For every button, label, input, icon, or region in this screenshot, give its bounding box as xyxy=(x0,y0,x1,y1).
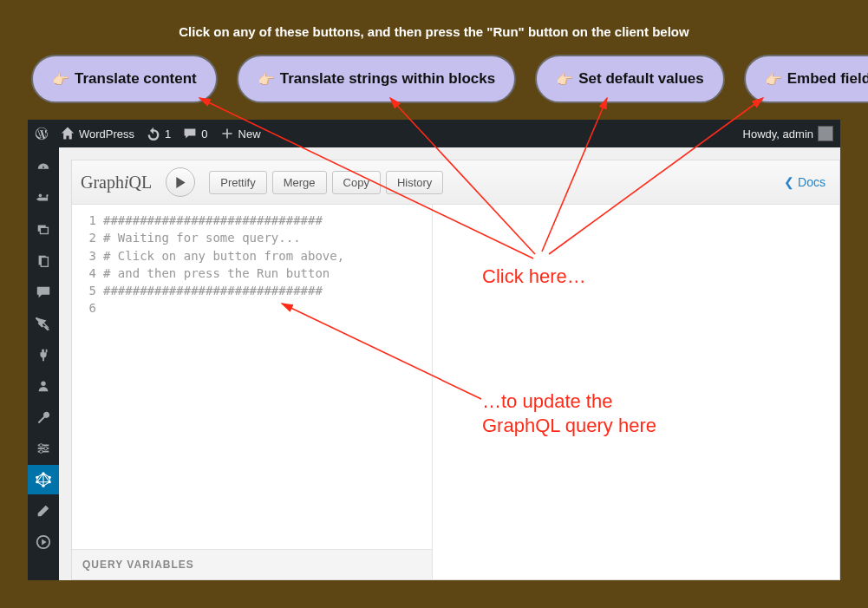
sidebar-item-settings[interactable] xyxy=(28,434,59,463)
graphiql-panel: GraphiQL Prettify Merge Copy History ❮ D… xyxy=(71,160,840,580)
svg-point-10 xyxy=(44,447,48,450)
sidebar-item-posts[interactable] xyxy=(28,184,59,213)
pill-embed-fields[interactable]: 👉🏻 Embed fields xyxy=(744,55,868,103)
play-icon xyxy=(175,177,186,188)
svg-point-11 xyxy=(40,450,43,454)
site-name-link[interactable]: WordPress xyxy=(61,127,134,141)
run-button[interactable] xyxy=(166,167,195,197)
pill-label: Translate content xyxy=(75,70,197,88)
svg-point-5 xyxy=(41,382,45,386)
pill-translate-strings[interactable]: 👉🏻 Translate strings within blocks xyxy=(237,55,516,103)
docs-label: Docs xyxy=(798,175,826,189)
sidebar-item-dashboard[interactable] xyxy=(28,153,59,182)
docs-button[interactable]: ❮ Docs xyxy=(784,175,831,189)
sidebar-item-graphql[interactable] xyxy=(28,465,59,494)
howdy-label: Howdy, admin xyxy=(743,127,813,141)
content-area: GraphiQL Prettify Merge Copy History ❮ D… xyxy=(59,147,840,580)
query-variables-bar[interactable]: QUERY VARIABLES xyxy=(72,549,432,579)
svg-point-14 xyxy=(49,481,51,483)
sidebar-item-appearance[interactable] xyxy=(28,309,59,338)
svg-point-0 xyxy=(39,194,42,198)
comments-link[interactable]: 0 xyxy=(183,127,207,141)
svg-point-12 xyxy=(42,472,44,474)
refresh-icon xyxy=(147,127,160,141)
adminbar: WordPress 1 0 New Howdy, admin xyxy=(28,120,840,147)
result-pane xyxy=(433,205,839,579)
svg-point-15 xyxy=(42,485,44,487)
avatar xyxy=(818,126,833,141)
svg-point-16 xyxy=(36,481,38,483)
graphql-icon xyxy=(36,472,51,487)
line-gutter: 1 2 3 4 5 6 xyxy=(72,212,103,542)
sidebar-item-media[interactable] xyxy=(28,215,59,245)
svg-point-13 xyxy=(49,476,51,479)
history-button[interactable]: History xyxy=(386,171,443,194)
query-editor-pane: 1 2 3 4 5 6 ############################… xyxy=(72,205,433,579)
pill-label: Embed fields xyxy=(787,70,868,88)
pointing-hand-icon: 👉🏻 xyxy=(258,71,275,88)
site-name-label: WordPress xyxy=(79,127,134,141)
home-icon xyxy=(61,127,75,141)
pointing-hand-icon: 👉🏻 xyxy=(556,71,573,88)
graphiql-logo: GraphiQL xyxy=(81,173,152,193)
prettify-button[interactable]: Prettify xyxy=(209,171,266,194)
copy-button[interactable]: Copy xyxy=(332,171,381,194)
action-pills-row: 👉🏻 Translate content 👉🏻 Translate string… xyxy=(0,55,868,103)
plus-icon xyxy=(220,127,234,141)
svg-rect-2 xyxy=(40,227,48,233)
updates-count: 1 xyxy=(165,127,171,141)
updates-link[interactable]: 1 xyxy=(147,127,171,141)
pointing-hand-icon: 👉🏻 xyxy=(765,71,782,88)
admin-sidebar xyxy=(28,147,59,580)
svg-point-17 xyxy=(36,476,38,479)
svg-rect-4 xyxy=(41,258,48,267)
sidebar-item-users[interactable] xyxy=(28,371,59,401)
svg-point-9 xyxy=(40,444,43,448)
sidebar-item-tools[interactable] xyxy=(28,402,59,432)
sidebar-item-plugins[interactable] xyxy=(28,340,59,369)
new-label: New xyxy=(238,127,261,141)
code-lines: ############################## # Waiting… xyxy=(103,212,432,542)
comment-icon xyxy=(183,127,197,141)
sidebar-item-comments[interactable] xyxy=(28,278,59,307)
new-link[interactable]: New xyxy=(220,127,261,141)
pill-label: Translate strings within blocks xyxy=(280,70,495,88)
merge-button[interactable]: Merge xyxy=(272,171,327,194)
sidebar-item-play[interactable] xyxy=(28,527,59,557)
pointing-hand-icon: 👉🏻 xyxy=(52,71,69,88)
sidebar-item-pages[interactable] xyxy=(28,246,59,276)
graphiql-toolbar: GraphiQL Prettify Merge Copy History ❮ D… xyxy=(72,160,839,205)
pill-label: Set default values xyxy=(578,70,704,88)
instruction-text: Click on any of these buttons, and then … xyxy=(0,0,868,55)
chevron-left-icon: ❮ xyxy=(784,175,794,189)
pill-translate-content[interactable]: 👉🏻 Translate content xyxy=(31,55,218,103)
pill-set-defaults[interactable]: 👉🏻 Set default values xyxy=(535,55,725,103)
howdy-user[interactable]: Howdy, admin xyxy=(743,126,833,141)
wp-logo-icon[interactable] xyxy=(35,127,49,141)
wordpress-admin-window: WordPress 1 0 New Howdy, admin xyxy=(28,120,840,580)
comments-count: 0 xyxy=(201,127,207,141)
code-editor[interactable]: 1 2 3 4 5 6 ############################… xyxy=(72,205,432,549)
sidebar-item-edit[interactable] xyxy=(28,496,59,526)
